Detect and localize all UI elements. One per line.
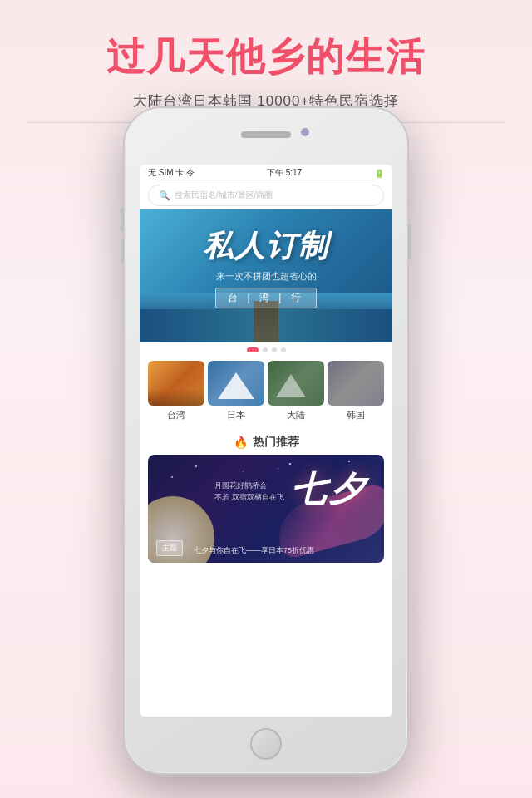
phone-speaker xyxy=(241,131,291,138)
promo-card[interactable]: 七夕 月圆花好鹊桥会 不若 双宿双栖自在飞 主题 七夕与你自在飞——享日本75折… xyxy=(148,455,384,563)
taiwan-thumb xyxy=(148,361,204,406)
promo-subtitle: 月圆花好鹊桥会 不若 双宿双栖自在飞 xyxy=(214,480,284,504)
korea-thumb xyxy=(328,361,384,406)
category-china[interactable]: 大陆 xyxy=(266,361,326,421)
search-icon: 🔍 xyxy=(159,190,170,201)
china-thumb xyxy=(268,361,324,406)
hero-main-text: 私人订制 xyxy=(140,226,392,267)
phone-mockup: 无 SIM 卡 令 下午 5:17 🔋 🔍 搜索民宿名/城市/景区/商圈 私人订… xyxy=(125,108,407,773)
promo-desc: 七夕与你自在飞——享日本75折优惠 xyxy=(194,545,314,556)
hero-water-right xyxy=(278,309,392,342)
hero-water-left xyxy=(140,309,254,342)
dot-3[interactable] xyxy=(272,347,277,352)
hot-label: 热门推荐 xyxy=(253,435,299,450)
dot-2[interactable] xyxy=(263,347,268,352)
category-grid: 台湾 日本 大陆 韩国 xyxy=(140,357,392,428)
status-carrier: 无 SIM 卡 令 xyxy=(148,167,195,179)
banner-dots xyxy=(140,342,392,357)
volume-down-button[interactable] xyxy=(121,239,124,263)
promo-title: 七夕 xyxy=(291,466,367,513)
battery-icon: 🔋 xyxy=(374,169,384,178)
japan-thumb xyxy=(208,361,264,406)
phone-screen: 无 SIM 卡 令 下午 5:17 🔋 🔍 搜索民宿名/城市/景区/商圈 私人订… xyxy=(140,165,392,717)
status-icons: 🔋 xyxy=(374,169,384,178)
status-bar: 无 SIM 卡 令 下午 5:17 🔋 xyxy=(140,165,392,181)
phone-home-button[interactable] xyxy=(250,728,282,760)
korea-label: 韩国 xyxy=(347,409,365,421)
dot-4[interactable] xyxy=(281,347,286,352)
dot-1[interactable] xyxy=(247,347,259,352)
hot-section-header: 🔥 热门推荐 xyxy=(140,428,392,455)
category-taiwan[interactable]: 台湾 xyxy=(146,361,206,421)
promo-subtitle-line1: 月圆花好鹊桥会 xyxy=(214,480,284,491)
china-label: 大陆 xyxy=(287,409,305,421)
search-placeholder: 搜索民宿名/城市/景区/商圈 xyxy=(175,190,273,201)
hero-sub-text: 来一次不拼团也超省心的 xyxy=(140,270,392,283)
category-korea[interactable]: 韩国 xyxy=(326,361,386,421)
power-button[interactable] xyxy=(408,224,411,259)
hero-banner[interactable]: 私人订制 来一次不拼团也超省心的 台 | 湾 | 行 xyxy=(140,209,392,342)
hero-tag: 台 | 湾 | 行 xyxy=(215,288,317,308)
hero-text-overlay: 私人订制 来一次不拼团也超省心的 台 | 湾 | 行 xyxy=(140,226,392,308)
category-japan[interactable]: 日本 xyxy=(206,361,266,421)
volume-up-button[interactable] xyxy=(121,208,124,231)
promo-tag: 主题 xyxy=(156,540,183,556)
promo-subtitle-line2: 不若 双宿双栖自在飞 xyxy=(214,491,284,503)
search-bar[interactable]: 🔍 搜索民宿名/城市/景区/商圈 xyxy=(148,185,384,206)
taiwan-label: 台湾 xyxy=(167,409,185,421)
main-title: 过几天他乡的生活 xyxy=(0,0,532,83)
status-time: 下午 5:17 xyxy=(267,167,302,179)
fire-icon: 🔥 xyxy=(234,436,248,449)
screen-bottom-pad xyxy=(140,563,392,579)
japan-label: 日本 xyxy=(227,409,245,421)
page-background: 过几天他乡的生活 大陆台湾日本韩国 10000+特色民宿选择 xyxy=(0,0,532,123)
phone-camera xyxy=(301,128,309,136)
